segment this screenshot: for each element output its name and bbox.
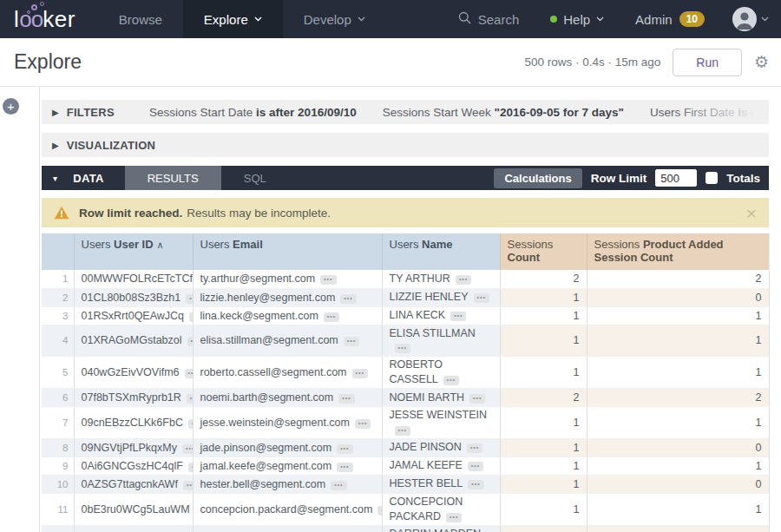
- filter-item[interactable]: Users First Date is after 2016/09/10: [650, 106, 769, 119]
- cell-menu-icon[interactable]: •••: [188, 463, 193, 472]
- cell-menu-icon[interactable]: •••: [395, 426, 410, 436]
- row-limit-input[interactable]: [655, 169, 697, 187]
- search-button[interactable]: Search: [446, 11, 532, 27]
- cell-email[interactable]: concepcion.packard@segment.com•••: [193, 493, 382, 525]
- cell-name[interactable]: DARRIN MADDEN•••: [382, 525, 500, 532]
- cell-name[interactable]: JADE PINSON•••: [382, 438, 500, 456]
- cell-menu-icon[interactable]: •••: [338, 394, 354, 404]
- cell-menu-icon[interactable]: •••: [395, 344, 410, 353]
- cell-count[interactable]: 1: [500, 456, 587, 475]
- cell-user-id[interactable]: 09NGVtjPfLPkqxMy•••: [74, 438, 193, 456]
- cell-menu-icon[interactable]: •••: [337, 463, 352, 472]
- cell-menu-icon[interactable]: •••: [467, 443, 482, 453]
- cell-product-added[interactable]: 0: [587, 475, 769, 493]
- cell-menu-icon[interactable]: •••: [187, 337, 193, 346]
- cell-email[interactable]: roberto.cassell@segment.com•••: [193, 357, 382, 389]
- cell-email[interactable]: darrin.madden@segment.com•••: [193, 525, 382, 532]
- cell-menu-icon[interactable]: •••: [469, 394, 485, 404]
- cell-count[interactable]: 2: [500, 389, 587, 407]
- nav-item-browse[interactable]: Browse: [98, 0, 183, 38]
- cell-menu-icon[interactable]: •••: [468, 462, 483, 471]
- filter-item[interactable]: Sessions Start Date is after 2016/09/10: [149, 106, 357, 119]
- cell-menu-icon[interactable]: •••: [355, 419, 371, 429]
- cell-menu-icon[interactable]: •••: [331, 481, 346, 490]
- cell-count[interactable]: 1: [500, 493, 587, 525]
- cell-count[interactable]: 1: [500, 325, 587, 357]
- cell-name[interactable]: CONCEPCION PACKARD•••: [382, 493, 500, 525]
- cell-user-id[interactable]: 0CqEiDUgSI0OFTxh•••: [74, 525, 193, 532]
- cell-user-id[interactable]: 0Ai6GNCGszHC4qlF•••: [74, 456, 193, 475]
- cell-count[interactable]: 1: [500, 475, 587, 493]
- cell-name[interactable]: ELISA STILLMAN•••: [382, 325, 500, 357]
- cell-user-id[interactable]: 07f8bTSXmRyprb1R•••: [74, 389, 193, 407]
- cell-count[interactable]: 1: [500, 288, 587, 306]
- column-header-product-added[interactable]: Sessions Product Added Session Count: [587, 233, 769, 270]
- cell-product-added[interactable]: 1: [587, 357, 769, 389]
- cell-menu-icon[interactable]: •••: [183, 481, 193, 490]
- cell-menu-icon[interactable]: •••: [324, 312, 339, 322]
- cell-count[interactable]: 1: [500, 525, 587, 532]
- cell-product-added[interactable]: 2: [587, 270, 769, 288]
- cell-menu-icon[interactable]: •••: [187, 394, 193, 404]
- cell-menu-icon[interactable]: •••: [320, 275, 336, 285]
- tab-results[interactable]: RESULTS: [125, 166, 221, 190]
- close-icon[interactable]: ×: [746, 204, 757, 222]
- cell-user-id[interactable]: 01RSxRrt0QEAwJCq•••: [74, 306, 193, 325]
- cell-user-id[interactable]: 01XRAGoMGstabzol•••: [74, 325, 193, 357]
- cell-email[interactable]: elisa.stillman@segment.com•••: [193, 325, 382, 357]
- nav-item-explore[interactable]: Explore: [183, 0, 283, 38]
- cell-user-id[interactable]: 01CL80b08Sz3Bzh1•••: [74, 288, 193, 306]
- cell-menu-icon[interactable]: •••: [377, 506, 382, 516]
- looker-logo[interactable]: looker: [0, 0, 98, 38]
- cell-product-added[interactable]: 1: [587, 407, 769, 439]
- user-menu[interactable]: [724, 7, 769, 31]
- cell-email[interactable]: jesse.weinstein@segment.com•••: [193, 407, 382, 439]
- data-section-toggle[interactable]: ▾ DATA: [42, 166, 125, 190]
- cell-menu-icon[interactable]: •••: [188, 419, 193, 429]
- cell-name[interactable]: HESTER BELL•••: [382, 475, 500, 493]
- cell-user-id[interactable]: 00MWWFOLRcETcTCf•••: [74, 270, 193, 288]
- cell-product-added[interactable]: 0: [587, 438, 769, 456]
- tab-sql[interactable]: SQL: [221, 166, 289, 190]
- add-field-button[interactable]: +: [3, 98, 19, 115]
- column-header-user-id[interactable]: Users User ID∧: [74, 233, 193, 270]
- cell-name[interactable]: LINA KECK•••: [382, 306, 500, 325]
- cell-name[interactable]: JAMAL KEEFE•••: [382, 456, 500, 475]
- column-header-email[interactable]: Users Email: [193, 233, 382, 270]
- cell-menu-icon[interactable]: •••: [443, 376, 459, 385]
- cell-product-added[interactable]: 0: [587, 288, 769, 306]
- cell-menu-icon[interactable]: •••: [337, 444, 352, 454]
- cell-product-added[interactable]: 2: [587, 389, 769, 407]
- gear-icon[interactable]: ⚙: [754, 54, 769, 70]
- cell-menu-icon[interactable]: •••: [340, 294, 356, 304]
- cell-product-added[interactable]: 1: [587, 456, 769, 475]
- cell-name[interactable]: NOEMI BARTH•••: [382, 389, 500, 407]
- cell-product-added[interactable]: 1: [587, 525, 769, 532]
- cell-name[interactable]: TY ARTHUR•••: [382, 270, 500, 288]
- cell-menu-icon[interactable]: •••: [344, 337, 359, 346]
- cell-menu-icon[interactable]: •••: [352, 369, 368, 378]
- cell-user-id[interactable]: 040wGzEivVOVifm6•••: [74, 357, 193, 389]
- cell-email[interactable]: ty.arthur@segment.com•••: [193, 270, 382, 288]
- column-header-count[interactable]: Sessions Count: [500, 233, 587, 270]
- run-button[interactable]: Run: [673, 49, 742, 76]
- cell-count[interactable]: 2: [500, 270, 587, 288]
- cell-email[interactable]: lizzie.henley@segment.com•••: [193, 288, 382, 306]
- cell-menu-icon[interactable]: •••: [189, 312, 193, 322]
- cell-name[interactable]: ROBERTO CASSELL•••: [382, 357, 500, 389]
- cell-product-added[interactable]: 1: [587, 325, 769, 357]
- cell-name[interactable]: LIZZIE HENLEY•••: [382, 288, 500, 306]
- cell-menu-icon[interactable]: •••: [446, 513, 462, 522]
- cell-menu-icon[interactable]: •••: [468, 480, 483, 489]
- cell-menu-icon[interactable]: •••: [185, 369, 193, 378]
- cell-menu-icon[interactable]: •••: [456, 275, 471, 285]
- admin-menu[interactable]: Admin 10: [623, 11, 717, 27]
- cell-email[interactable]: hester.bell@segment.com•••: [193, 475, 382, 493]
- filters-bar[interactable]: ▶ FILTERS Sessions Start Date is after 2…: [42, 100, 769, 124]
- visualization-bar[interactable]: ▶ VISUALIZATION: [42, 133, 769, 157]
- cell-menu-icon[interactable]: •••: [182, 444, 193, 454]
- cell-user-id[interactable]: 09cnEBzzCLKk6FbC•••: [74, 407, 193, 439]
- cell-count[interactable]: 1: [500, 357, 587, 389]
- calculations-button[interactable]: Calculations: [494, 168, 581, 188]
- cell-product-added[interactable]: 1: [587, 493, 769, 525]
